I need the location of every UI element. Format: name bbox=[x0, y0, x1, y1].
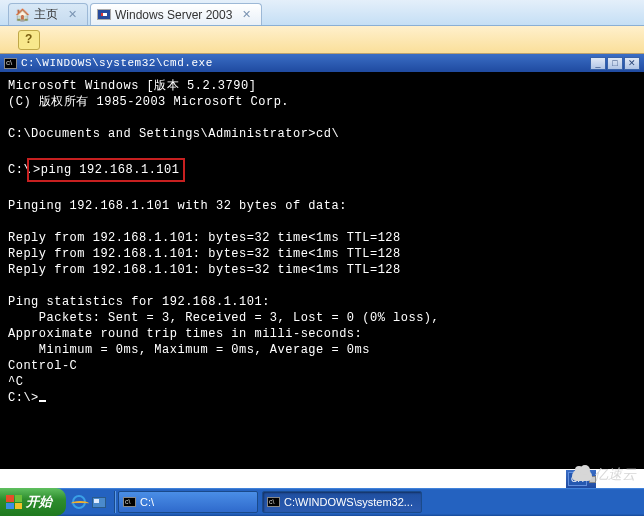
close-icon[interactable]: ✕ bbox=[242, 8, 251, 21]
terminal-line: Reply from 192.168.1.101: bytes=32 time<… bbox=[8, 263, 401, 277]
help-icon[interactable] bbox=[18, 30, 40, 50]
terminal-line: (C) 版权所有 1985-2003 Microsoft Corp. bbox=[8, 95, 289, 109]
terminal-line: Reply from 192.168.1.101: bytes=32 time<… bbox=[8, 231, 401, 245]
taskbar-item-cmd[interactable]: c\ C:\WINDOWS\system32... bbox=[262, 491, 422, 513]
taskbar: 开始 c\ C:\ c\ C:\WINDOWS\system32... bbox=[0, 488, 644, 516]
terminal-prompt: C:\> bbox=[8, 391, 39, 405]
watermark: 亿速云 bbox=[572, 466, 636, 484]
window-title: C:\WINDOWS\system32\cmd.exe bbox=[21, 57, 590, 69]
cmd-icon: c\ bbox=[267, 497, 280, 507]
watermark-text: 亿速云 bbox=[594, 466, 636, 484]
cmd-title-bar: c\ C:\WINDOWS\system32\cmd.exe _ □ ✕ bbox=[0, 54, 644, 72]
close-button[interactable]: ✕ bbox=[624, 57, 640, 70]
terminal-line: Minimum = 0ms, Maximum = 0ms, Average = … bbox=[8, 343, 370, 357]
ie-icon bbox=[72, 495, 86, 509]
taskbar-item-label: C:\ bbox=[140, 496, 154, 508]
cursor-icon bbox=[39, 400, 46, 402]
tab-windows-server[interactable]: Windows Server 2003 ✕ bbox=[90, 3, 262, 25]
start-button[interactable]: 开始 bbox=[0, 488, 66, 516]
annotation-highlight-box: >ping 192.168.1.101 bbox=[27, 158, 185, 182]
terminal-line: Approximate round trip times in milli-se… bbox=[8, 327, 362, 341]
close-icon[interactable]: ✕ bbox=[68, 8, 77, 21]
terminal-line: Pinging 192.168.1.101 with 32 bytes of d… bbox=[8, 199, 347, 213]
taskbar-item-label: C:\WINDOWS\system32... bbox=[284, 496, 413, 508]
tab-label: 主页 bbox=[34, 6, 58, 23]
tab-label: Windows Server 2003 bbox=[115, 8, 232, 22]
cmd-icon: c\ bbox=[4, 58, 17, 69]
quick-launch-ie[interactable] bbox=[70, 493, 88, 511]
show-desktop-icon bbox=[92, 497, 106, 508]
cloud-icon bbox=[572, 469, 592, 481]
window-controls: _ □ ✕ bbox=[590, 57, 640, 70]
terminal-line: Reply from 192.168.1.101: bytes=32 time<… bbox=[8, 247, 401, 261]
vm-tab-bar: 🏠 主页 ✕ Windows Server 2003 ✕ bbox=[0, 0, 644, 26]
terminal-line: Packets: Sent = 3, Received = 3, Lost = … bbox=[8, 311, 439, 325]
windows-flag-icon bbox=[97, 9, 111, 20]
terminal-line: C:\Documents and Settings\Administrator>… bbox=[8, 127, 339, 141]
quick-launch-desktop[interactable] bbox=[90, 493, 108, 511]
windows-logo-icon bbox=[6, 495, 22, 509]
terminal-line: ^C bbox=[8, 375, 23, 389]
tab-home[interactable]: 🏠 主页 ✕ bbox=[8, 3, 88, 25]
taskbar-separator bbox=[114, 491, 116, 513]
terminal-line: Microsoft Windows [版本 5.2.3790] bbox=[8, 79, 256, 93]
taskbar-item-explorer[interactable]: c\ C:\ bbox=[118, 491, 258, 513]
start-label: 开始 bbox=[26, 493, 52, 511]
minimize-button[interactable]: _ bbox=[590, 57, 606, 70]
terminal-line: Control-C bbox=[8, 359, 77, 373]
terminal-line: Ping statistics for 192.168.1.101: bbox=[8, 295, 270, 309]
terminal-output[interactable]: Microsoft Windows [版本 5.2.3790] (C) 版权所有… bbox=[0, 72, 644, 469]
cmd-icon: c\ bbox=[123, 497, 136, 507]
home-icon: 🏠 bbox=[15, 8, 30, 22]
maximize-button[interactable]: □ bbox=[607, 57, 623, 70]
help-toolbar bbox=[0, 26, 644, 54]
quick-launch bbox=[66, 493, 112, 511]
